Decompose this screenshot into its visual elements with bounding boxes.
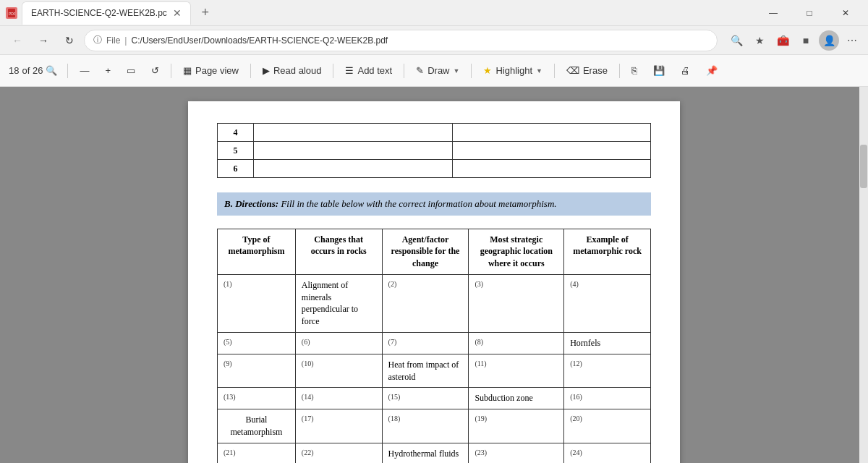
highlight-button[interactable]: ★ Highlight ▼ — [476, 59, 550, 82]
draw-chevron-icon: ▼ — [454, 67, 460, 75]
browser-frame: PDF EARTH-SCIENCE-Q2-WEEK2B.pc ✕ + — □ ✕… — [0, 0, 868, 463]
col-header-location: Most strategic geographic location where… — [469, 229, 564, 274]
cell-r1-example: (4) — [564, 274, 651, 332]
rotate-button[interactable]: ↺ — [144, 59, 166, 82]
cell-num-19: (19) — [475, 414, 558, 424]
table-row: (5) (6) (7) (8) Hornfels — [218, 333, 651, 354]
refresh-button[interactable]: ↻ — [58, 29, 81, 52]
cell-num-20: (20) — [570, 414, 644, 424]
cell-val-alignment: Alignment of minerals perpendicular to f… — [302, 280, 358, 326]
tab-title: EARTH-SCIENCE-Q2-WEEK2B.pc — [31, 8, 167, 18]
settings-icon[interactable]: ⋯ — [842, 30, 862, 51]
cell-r6-agent: Hydrothermal fluids — [382, 443, 469, 463]
page-nav: 18 of 26 🔍 — [9, 65, 57, 76]
cell-r2-agent: (7) — [382, 333, 469, 354]
cell-r3-agent: Heat from impact of asteroid — [382, 354, 469, 388]
cell-r1-type: (1) — [218, 274, 296, 332]
divider-1 — [67, 64, 68, 78]
cell-r2-type: (5) — [218, 333, 296, 354]
erase-button[interactable]: ⌫ Erase — [559, 59, 615, 82]
scroll-thumb[interactable] — [860, 145, 867, 188]
cell-r4-type: (13) — [218, 388, 296, 409]
close-button[interactable]: ✕ — [829, 1, 862, 25]
cell-num-23: (23) — [475, 448, 558, 458]
cell-num-2: (2) — [388, 279, 463, 289]
cell-val-hornfels: Hornfels — [570, 338, 600, 348]
page-view-label: Page view — [195, 65, 239, 76]
zoom-in-button[interactable]: + — [98, 59, 118, 82]
save-button[interactable]: 💾 — [646, 59, 672, 82]
copy-button[interactable]: ⎘ — [624, 59, 644, 82]
cell-num-4: (4) — [570, 279, 644, 289]
profile-button[interactable]: 👤 — [819, 30, 839, 51]
cell-r4-agent: (15) — [382, 388, 469, 409]
read-aloud-label: Read aloud — [273, 65, 322, 76]
zoom-in-label: + — [105, 65, 111, 76]
extensions-icon[interactable]: 🧰 — [773, 30, 793, 51]
col-header-type: Type of metamorphism — [218, 229, 296, 274]
address-path: C:/Users/EndUser/Downloads/EARTH-SCIENCE… — [132, 35, 388, 46]
favorites-icon[interactable]: ★ — [749, 30, 770, 51]
pin-button[interactable]: 📌 — [699, 59, 725, 82]
print-button[interactable]: 🖨 — [673, 59, 697, 82]
top-table: 4 5 6 — [217, 123, 651, 178]
title-bar-left: PDF EARTH-SCIENCE-Q2-WEEK2B.pc ✕ + — [6, 1, 216, 25]
divider-2 — [171, 64, 171, 78]
file-label: File — [106, 35, 120, 46]
rotate-icon: ↺ — [151, 65, 159, 76]
cell-r5-type: Burial metamorphism — [218, 409, 296, 443]
read-aloud-button[interactable]: ▶ Read aloud — [255, 59, 329, 82]
cell-r6-example: (24) — [564, 443, 651, 463]
back-button[interactable]: ← — [6, 29, 29, 52]
col-header-agent: Agent/factor responsible for the change — [382, 229, 469, 274]
fit-page-button[interactable]: ▭ — [119, 59, 142, 82]
directions-block: B. Directions: Fill in the table below w… — [217, 192, 651, 216]
collections-icon[interactable]: ■ — [796, 30, 816, 51]
table-row: 6 — [218, 160, 651, 178]
row-cell-6b — [452, 160, 651, 178]
add-text-button[interactable]: ☰ Add text — [338, 59, 399, 82]
row-cell-6a — [254, 160, 453, 178]
title-bar: PDF EARTH-SCIENCE-Q2-WEEK2B.pc ✕ + — □ ✕ — [0, 0, 868, 26]
fit-icon: ▭ — [127, 65, 135, 76]
cell-val-burial: Burial metamorphism — [230, 415, 282, 437]
cell-num-18: (18) — [388, 414, 463, 424]
scrollbar[interactable] — [859, 87, 868, 463]
browser-tab[interactable]: EARTH-SCIENCE-Q2-WEEK2B.pc ✕ — [22, 1, 191, 25]
maximize-button[interactable]: □ — [793, 1, 826, 25]
cell-r3-changes: (10) — [295, 354, 382, 388]
tab-close-icon[interactable]: ✕ — [173, 7, 182, 19]
divider-3 — [250, 64, 251, 78]
draw-button[interactable]: ✎ Draw ▼ — [409, 59, 467, 82]
table-row: Burial metamorphism (17) (18) (19) (20) — [218, 409, 651, 443]
nav-bar: ← → ↻ ⓘ File | C:/Users/EndUser/Download… — [0, 26, 868, 55]
erase-icon: ⌫ — [566, 65, 579, 76]
cell-num-9: (9) — [224, 359, 289, 369]
cell-r3-example: (12) — [564, 354, 651, 388]
table-row: (1) Alignment of minerals perpendicular … — [218, 274, 651, 332]
cell-num-3: (3) — [475, 279, 558, 289]
read-aloud-icon: ▶ — [263, 65, 270, 76]
divider-4 — [333, 64, 333, 78]
page-current: 18 — [9, 65, 19, 76]
table-row: 4 — [218, 124, 651, 142]
tab-pdf-icon: PDF — [6, 7, 17, 19]
page-view-button[interactable]: ▦ Page view — [176, 59, 246, 82]
search-icon[interactable]: 🔍 — [726, 30, 746, 51]
divider-6 — [471, 64, 472, 78]
cell-num-1: (1) — [224, 279, 289, 289]
address-bar[interactable]: ⓘ File | C:/Users/EndUser/Downloads/EART… — [84, 30, 718, 51]
cell-num-22: (22) — [302, 448, 376, 458]
forward-button[interactable]: → — [32, 29, 55, 52]
new-tab-button[interactable]: + — [195, 3, 216, 23]
cell-r2-example: Hornfels — [564, 333, 651, 354]
pin-icon: 📌 — [706, 65, 718, 76]
zoom-out-button[interactable]: — — [72, 59, 96, 82]
copy-icon: ⎘ — [631, 65, 637, 76]
directions-text: Fill in the table below with the correct… — [278, 198, 556, 209]
cell-num-11: (11) — [475, 359, 558, 369]
table-row: 5 — [218, 142, 651, 160]
page-total: of 26 — [22, 65, 43, 76]
col-header-example: Example of metamorphic rock — [564, 229, 651, 274]
minimize-button[interactable]: — — [757, 1, 790, 25]
